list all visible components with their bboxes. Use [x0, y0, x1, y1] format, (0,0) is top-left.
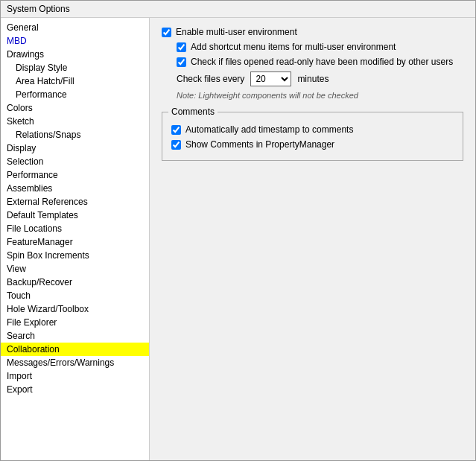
sidebar-item-colors[interactable]: Colors: [1, 101, 149, 115]
sidebar-item-external-refs[interactable]: External References: [1, 195, 149, 209]
title-bar: System Options: [1, 1, 475, 18]
enable-multi-user-checkbox[interactable]: [162, 28, 171, 37]
sidebar-item-selection[interactable]: Selection: [1, 155, 149, 168]
auto-timestamp-checkbox[interactable]: [171, 125, 181, 135]
comments-group-title: Comments: [168, 106, 218, 117]
note-text: Note: Lightweight components will not be…: [162, 91, 463, 100]
sidebar-item-relations-snaps[interactable]: Relations/Snaps: [1, 128, 149, 142]
sidebar-item-default-templates[interactable]: Default Templates: [1, 209, 149, 222]
sidebar-item-performance[interactable]: Performance: [1, 168, 149, 182]
sidebar-item-drawings[interactable]: Drawings: [1, 48, 149, 61]
sidebar-item-file-locations[interactable]: File Locations: [1, 222, 149, 235]
sidebar-item-hole-wizard[interactable]: Hole Wizard/Toolbox: [1, 302, 149, 316]
check-files-dropdown[interactable]: 20 5 10 15 30 60: [250, 71, 291, 86]
sidebar-item-view[interactable]: View: [1, 262, 149, 276]
sidebar-item-display[interactable]: Display: [1, 142, 149, 155]
content-area: GeneralMBDDrawingsDisplay StyleArea Hatc…: [1, 18, 475, 460]
sidebar-item-collaboration[interactable]: Collaboration: [1, 343, 149, 356]
sidebar-item-file-explorer[interactable]: File Explorer: [1, 316, 149, 329]
add-shortcut-row: Add shortcut menu items for multi-user e…: [162, 42, 463, 52]
check-readonly-row: Check if files opened read-only have bee…: [162, 57, 463, 67]
enable-multi-user-row: Enable multi-user environment: [162, 27, 463, 37]
check-files-suffix: minutes: [297, 74, 329, 84]
sidebar-item-mbd[interactable]: MBD: [1, 34, 149, 48]
sidebar-item-messages[interactable]: Messages/Errors/Warnings: [1, 356, 149, 369]
multi-user-section: Enable multi-user environment Add shortc…: [162, 27, 463, 100]
add-shortcut-checkbox[interactable]: [177, 42, 186, 52]
show-comments-row: Show Comments in PropertyManager: [171, 139, 454, 150]
check-readonly-label: Check if files opened read-only have bee…: [191, 57, 453, 67]
system-options-window: System Options GeneralMBDDrawingsDisplay…: [0, 0, 476, 461]
check-readonly-checkbox[interactable]: [177, 57, 186, 67]
auto-timestamp-row: Automatically add timestamp to comments: [171, 124, 454, 135]
sidebar-item-sketch[interactable]: Sketch: [1, 115, 149, 128]
main-panel: Enable multi-user environment Add shortc…: [150, 18, 475, 460]
check-files-row: Check files every 20 5 10 15 30 60 minut…: [162, 71, 463, 86]
sidebar-item-assemblies[interactable]: Assemblies: [1, 182, 149, 195]
sidebar-item-feature-manager[interactable]: FeatureManager: [1, 235, 149, 249]
show-comments-checkbox[interactable]: [171, 140, 181, 150]
sidebar-item-display-style[interactable]: Display Style: [1, 61, 149, 74]
auto-timestamp-label: Automatically add timestamp to comments: [185, 124, 353, 135]
sidebar-item-export[interactable]: Export: [1, 383, 149, 396]
enable-multi-user-label: Enable multi-user environment: [176, 27, 297, 37]
comments-group: Comments Automatically add timestamp to …: [162, 112, 463, 161]
add-shortcut-label: Add shortcut menu items for multi-user e…: [191, 42, 396, 52]
sidebar-item-perf-drawings[interactable]: Performance: [1, 88, 149, 101]
show-comments-label: Show Comments in PropertyManager: [185, 139, 334, 150]
sidebar-item-spin-box[interactable]: Spin Box Increments: [1, 249, 149, 262]
sidebar-item-general[interactable]: General: [1, 21, 149, 34]
sidebar-item-import[interactable]: Import: [1, 369, 149, 383]
check-files-prefix: Check files every: [177, 74, 244, 84]
sidebar-item-backup-recover[interactable]: Backup/Recover: [1, 276, 149, 289]
sidebar-item-area-hatch[interactable]: Area Hatch/Fill: [1, 74, 149, 88]
sidebar-item-search[interactable]: Search: [1, 329, 149, 343]
sidebar: GeneralMBDDrawingsDisplay StyleArea Hatc…: [1, 18, 150, 460]
sidebar-item-touch[interactable]: Touch: [1, 289, 149, 302]
window-title: System Options: [7, 4, 70, 14]
